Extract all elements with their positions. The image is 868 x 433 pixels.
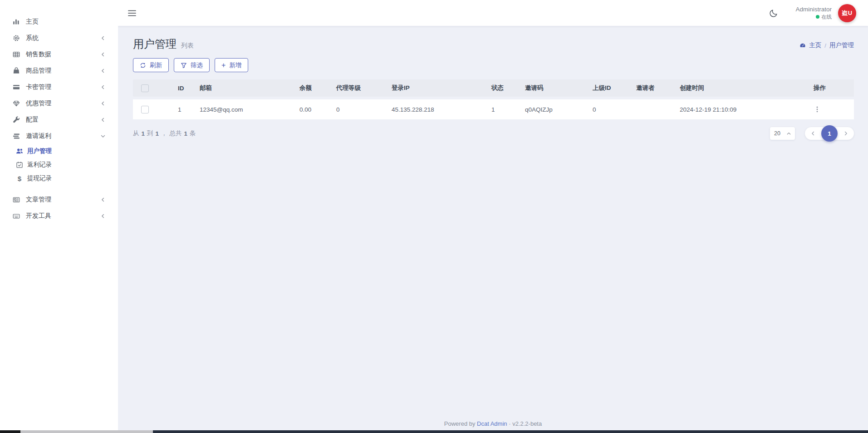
filter-button[interactable]: 筛选 xyxy=(174,58,210,72)
sidebar-item-product-management[interactable]: 商品管理 xyxy=(0,63,118,79)
chevron-left-icon xyxy=(101,36,105,40)
column-header-created-at: 创建时间 xyxy=(680,79,814,97)
pagination-summary: 从 1 到 1 ， 总共 1 条 xyxy=(133,129,196,138)
toolbar: 刷新 筛选 + 新增 xyxy=(118,51,868,72)
sidebar-item-label: 销售数据 xyxy=(26,50,101,59)
column-header-status: 状态 xyxy=(491,79,525,97)
bottom-scrollbar xyxy=(0,430,868,433)
cell-balance: 0.00 xyxy=(299,97,336,119)
table-row: 1 12345@qq.com 0.00 0 45.135.228.218 1 q… xyxy=(133,97,854,119)
sidebar-item-invite-rebate[interactable]: 邀请返利 xyxy=(0,128,118,144)
column-header-login-ip: 登录IP xyxy=(392,79,491,97)
scrollbar-thumb[interactable] xyxy=(20,430,153,433)
filter-button-label: 筛选 xyxy=(191,61,203,69)
refresh-button[interactable]: 刷新 xyxy=(133,58,169,72)
chevron-left-icon xyxy=(101,214,105,218)
online-status-label: 在线 xyxy=(821,14,832,20)
sidebar-item-withdraw-records[interactable]: $ 提现记录 xyxy=(0,172,118,185)
sidebar-item-home[interactable]: 主页 xyxy=(0,14,118,30)
select-all-checkbox[interactable] xyxy=(141,84,149,92)
chevron-left-icon xyxy=(101,118,105,122)
gear-icon xyxy=(12,34,20,42)
brand-link[interactable]: Dcat Admin xyxy=(477,420,507,427)
sidebar-item-article-management[interactable]: 文章管理 xyxy=(0,192,118,208)
pager: 1 xyxy=(805,127,854,140)
calendar-check-icon xyxy=(16,161,23,168)
avatar[interactable]: 盗U xyxy=(838,4,856,22)
scrollbar-corner xyxy=(0,430,20,433)
summary-total-label: 总共 xyxy=(170,129,182,138)
user-name: Administrator xyxy=(795,6,832,14)
sidebar-item-label: 商品管理 xyxy=(26,67,101,75)
sidebar-item-label: 配置 xyxy=(26,116,101,124)
sidebar-item-config[interactable]: 配置 xyxy=(0,112,118,128)
row-checkbox[interactable] xyxy=(141,106,149,113)
users-icon xyxy=(16,148,23,155)
sidebar-item-card-management[interactable]: 卡密管理 xyxy=(0,79,118,95)
data-table-wrap: ID 邮箱 余额 代理等级 登录IP 状态 邀请码 上级ID 邀请者 创建时间 … xyxy=(133,79,854,119)
sidebar-item-label: 优惠管理 xyxy=(26,99,101,108)
credit-card-icon xyxy=(12,84,20,91)
column-header-email: 邮箱 xyxy=(200,79,299,97)
dark-mode-moon-icon[interactable] xyxy=(769,9,778,18)
summary-from-label: 从 xyxy=(133,129,139,138)
prev-page-button[interactable] xyxy=(811,131,815,136)
sidebar-menu: 主页 系统 销售数据 商品管理 xyxy=(0,0,118,224)
footer-dot: · xyxy=(509,420,510,427)
add-button-label: 新增 xyxy=(229,61,241,69)
dashboard-icon xyxy=(799,42,806,49)
ellipsis-v-icon[interactable] xyxy=(814,106,854,113)
sidebar-item-rebate-records[interactable]: 返利记录 xyxy=(0,158,118,172)
wrench-icon xyxy=(12,116,20,123)
summary-total-value: 1 xyxy=(184,130,188,137)
plus-icon: + xyxy=(221,62,226,69)
sidebar-item-sales-data[interactable]: 销售数据 xyxy=(0,46,118,63)
hamburger-menu-icon[interactable] xyxy=(128,10,136,16)
version-text: v2.2.2-beta xyxy=(512,420,542,427)
sidebar-item-label: 文章管理 xyxy=(26,196,101,204)
summary-unit-label: 条 xyxy=(190,129,196,138)
breadcrumb-home-link[interactable]: 主页 xyxy=(809,41,821,49)
stream-icon xyxy=(12,133,20,140)
refresh-button-label: 刷新 xyxy=(150,61,162,69)
content-header: 用户管理 列表 主页 / 用户管理 xyxy=(118,26,868,51)
sidebar-item-label: 邀请返利 xyxy=(26,132,101,140)
cell-email: 12345@qq.com xyxy=(200,97,299,119)
scrollbar-track xyxy=(153,430,868,433)
cell-agent-level: 0 xyxy=(336,97,392,119)
summary-to-label: 到 xyxy=(147,129,153,138)
next-page-button[interactable] xyxy=(843,131,848,136)
topbar-right: Administrator 在线 盗U xyxy=(769,4,856,22)
add-button[interactable]: + 新增 xyxy=(215,58,248,72)
summary-from-value: 1 xyxy=(142,130,145,137)
chevron-left-icon xyxy=(101,101,105,106)
summary-comma: ， xyxy=(161,129,167,138)
column-header-inviter: 邀请者 xyxy=(636,79,680,97)
sidebar-item-coupon-management[interactable]: 优惠管理 xyxy=(0,95,118,112)
sidebar-item-user-management[interactable]: 用户管理 xyxy=(0,144,118,158)
footer: Powered by Dcat Admin · v2.2.2-beta xyxy=(118,420,868,427)
page-size-select[interactable]: 20 xyxy=(770,127,795,140)
user-status: 在线 xyxy=(795,14,832,20)
cell-invite-code: q0AQIZJp xyxy=(525,97,593,119)
user-meta: Administrator 在线 xyxy=(795,6,832,20)
chart-bar-icon xyxy=(12,18,20,25)
column-header-agent-level: 代理等级 xyxy=(336,79,392,97)
sidebar-item-system[interactable]: 系统 xyxy=(0,30,118,46)
column-header-id: ID xyxy=(178,79,200,97)
powered-by-text: Powered by xyxy=(444,420,476,427)
column-header-invite-code: 邀请码 xyxy=(525,79,593,97)
online-dot-icon xyxy=(816,15,819,19)
current-page-button[interactable]: 1 xyxy=(821,125,838,142)
column-header-actions: 操作 xyxy=(814,79,854,97)
table-header-row: ID 邮箱 余额 代理等级 登录IP 状态 邀请码 上级ID 邀请者 创建时间 … xyxy=(133,79,854,97)
sidebar-item-label: 提现记录 xyxy=(27,174,105,182)
sidebar-item-dev-tools[interactable]: 开发工具 xyxy=(0,208,118,224)
breadcrumb-current: 用户管理 xyxy=(829,41,854,49)
chevron-left-icon xyxy=(101,197,105,202)
column-header-balance: 余额 xyxy=(299,79,336,97)
sidebar-item-label: 主页 xyxy=(26,18,105,26)
keyboard-icon xyxy=(12,212,20,220)
page-subtitle: 列表 xyxy=(181,42,194,50)
sidebar: 主页 系统 销售数据 商品管理 xyxy=(0,0,118,430)
